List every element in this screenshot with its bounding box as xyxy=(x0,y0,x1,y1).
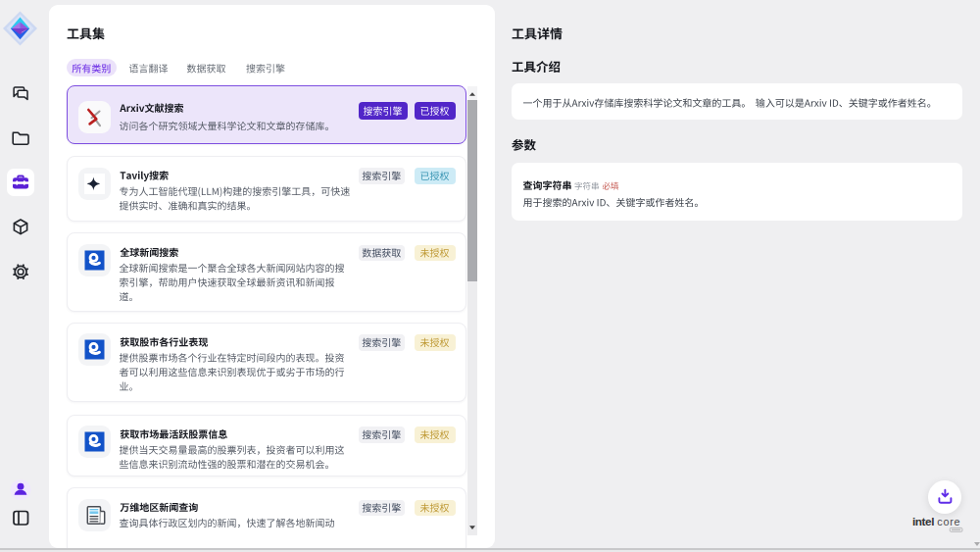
svg-text:intel: intel xyxy=(912,515,934,528)
svg-text:core: core xyxy=(937,516,960,527)
